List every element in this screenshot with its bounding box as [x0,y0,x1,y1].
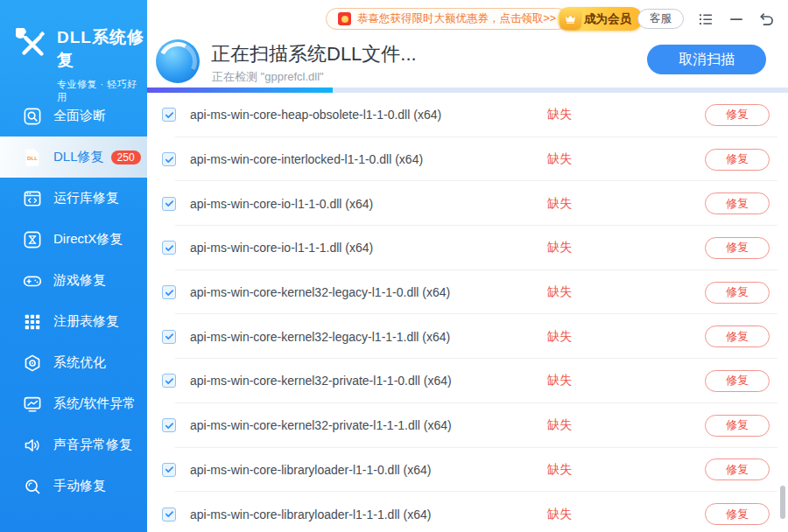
sidebar-item-label: DirectX修复 [53,231,123,248]
count-badge: 250 [111,150,141,164]
support-button[interactable]: 客服 [637,9,684,29]
speaker-icon [23,436,42,455]
row-checkbox[interactable] [162,285,176,299]
status-label: 缺失 [533,240,586,256]
table-row: api-ms-win-core-libraryloader-l1-1-1.dll… [147,492,788,532]
sidebar-item-system-error[interactable]: 系统/软件异常 [0,383,147,424]
menu-list-icon[interactable] [697,10,714,28]
repair-button[interactable]: 修复 [705,503,770,525]
dll-name: api-ms-win-core-kernel32-legacy-l1-1-0.d… [190,285,533,299]
svg-text:DLL: DLL [27,156,38,161]
monitor-icon [23,395,42,414]
crown-icon [559,8,581,30]
table-row: api-ms-win-core-io-l1-1-1.dll (x64) 缺失 修… [147,226,788,270]
repair-button[interactable]: 修复 [705,192,770,214]
sidebar-nav: 全面诊断 DLL DLL修复 250 运行库修复 DirectX修复 游戏修复 … [0,95,147,507]
status-label: 缺失 [533,329,586,345]
sidebar-item-label: 手动修复 [53,478,106,494]
sidebar-item-label: 全面诊断 [53,108,106,124]
table-row: api-ms-win-core-heap-obsolete-l1-1-0.dll… [147,93,788,137]
row-checkbox[interactable] [162,418,176,432]
promo-banner[interactable]: 恭喜您获得限时大额优惠券，点击领取>> [326,8,568,30]
repair-button[interactable]: 修复 [705,104,770,126]
status-label: 缺失 [533,107,586,122]
row-checkbox[interactable] [162,330,176,344]
repair-button[interactable]: 修复 [705,415,770,437]
sidebar-item-sound-repair[interactable]: 声音异常修复 [0,424,147,466]
status-label: 缺失 [533,151,586,167]
sidebar-item-label: 系统优化 [53,354,106,371]
dll-list: api-ms-win-core-heap-obsolete-l1-1-0.dll… [147,93,788,532]
magnifier-icon [23,477,42,496]
undo-icon[interactable] [758,10,776,28]
table-row: api-ms-win-core-libraryloader-l1-1-0.dll… [147,448,788,493]
row-checkbox[interactable] [162,108,176,122]
window-controls: 客服 [637,9,776,29]
status-label: 缺失 [533,284,586,300]
sidebar-item-directx-repair[interactable]: DirectX修复 [0,219,147,260]
repair-button[interactable]: 修复 [705,149,770,171]
scan-title: 正在扫描系统DLL文件... [211,41,417,67]
sidebar-item-label: 注册表修复 [53,313,119,330]
dll-name: api-ms-win-core-kernel32-private-l1-1-0.… [190,374,533,388]
sidebar-item-system-optimize[interactable]: 系统优化 [0,342,147,383]
runtime-icon [23,189,42,208]
repair-button[interactable]: 修复 [705,458,770,480]
coupon-icon [338,12,351,25]
table-row: api-ms-win-core-io-l1-1-0.dll (x64) 缺失 修… [147,181,788,226]
crossed-tools-icon [16,28,49,61]
table-row: api-ms-win-core-kernel32-private-l1-1-1.… [147,403,788,448]
become-vip-button[interactable]: 成为会员 [558,7,643,31]
scan-spinner [156,39,200,83]
status-label: 缺失 [533,507,586,522]
table-row: api-ms-win-core-kernel32-legacy-l1-1-0.d… [147,270,788,315]
row-checkbox[interactable] [162,374,176,388]
cancel-scan-button[interactable]: 取消扫描 [647,45,766,74]
main-panel: 恭喜您获得限时大额优惠券，点击领取>> 成为会员 客服 正在扫描系统DLL文件.… [147,0,788,532]
promo-text: 恭喜您获得限时大额优惠券，点击领取>> [357,11,556,26]
status-label: 缺失 [533,373,586,388]
dll-name: api-ms-win-core-io-l1-1-0.dll (x64) [190,197,533,211]
row-checkbox[interactable] [162,463,176,477]
status-label: 缺失 [533,417,586,433]
sidebar-item-label: 系统/软件异常 [53,396,136,412]
status-label: 缺失 [533,462,586,478]
app-window: DLL系统修复 专业修复 · 轻巧好用 全面诊断 DLL DLL修复 250 运… [0,0,788,532]
minimize-icon[interactable] [728,10,745,28]
scan-current-file: 正在检测 "gpprefcl.dll" [212,69,324,85]
repair-button[interactable]: 修复 [705,326,770,347]
sidebar: DLL系统修复 专业修复 · 轻巧好用 全面诊断 DLL DLL修复 250 运… [0,0,147,532]
brand: DLL系统修复 专业修复 · 轻巧好用 [0,0,147,104]
search-box-icon [23,107,42,126]
dll-name: api-ms-win-core-heap-obsolete-l1-1-0.dll… [190,108,533,122]
sidebar-item-label: 声音异常修复 [53,437,132,453]
dll-name: api-ms-win-core-libraryloader-l1-1-1.dll… [190,508,533,522]
row-checkbox[interactable] [162,152,176,166]
table-row: api-ms-win-core-kernel32-private-l1-1-0.… [147,359,788,403]
sidebar-item-dll-repair[interactable]: DLL DLL修复 250 [0,136,147,178]
vip-label: 成为会员 [584,11,631,27]
sidebar-item-diagnose[interactable]: 全面诊断 [0,95,147,136]
sidebar-item-label: DLL修复 [53,149,104,165]
row-checkbox[interactable] [162,197,176,211]
dll-name: api-ms-win-core-kernel32-private-l1-1-1.… [190,418,533,432]
dll-name: api-ms-win-core-interlocked-l1-1-0.dll (… [190,152,533,166]
sidebar-item-registry-repair[interactable]: 注册表修复 [0,301,147,342]
sidebar-item-runtime-repair[interactable]: 运行库修复 [0,178,147,219]
row-checkbox[interactable] [162,241,176,255]
sidebar-item-manual-repair[interactable]: 手动修复 [0,466,147,507]
dll-name: api-ms-win-core-kernel32-legacy-l1-1-1.d… [190,330,533,344]
repair-button[interactable]: 修复 [705,282,770,304]
optimize-icon [23,354,42,373]
dll-name: api-ms-win-core-io-l1-1-1.dll (x64) [190,241,533,255]
dll-file-icon: DLL [23,148,42,167]
sidebar-item-game-repair[interactable]: 游戏修复 [0,260,147,301]
directx-icon [23,230,42,249]
repair-button[interactable]: 修复 [705,370,770,392]
status-label: 缺失 [533,196,586,212]
scrollbar-thumb[interactable] [780,486,785,519]
table-row: api-ms-win-core-interlocked-l1-1-0.dll (… [147,137,788,182]
repair-button[interactable]: 修复 [705,237,770,259]
app-title: DLL系统修复 [57,26,147,72]
row-checkbox[interactable] [162,508,176,522]
